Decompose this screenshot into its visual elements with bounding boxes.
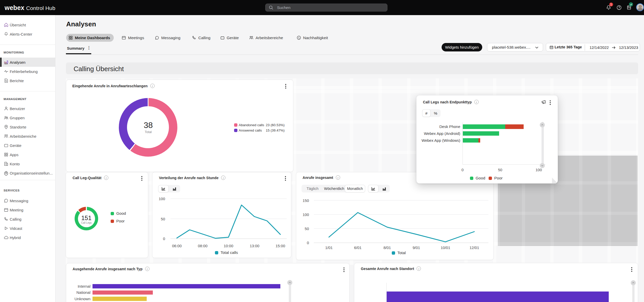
svg-text:12/01: 12/01: [469, 245, 479, 250]
svg-text:10/01: 10/01: [441, 245, 450, 250]
svg-text:50: 50: [305, 227, 309, 231]
svg-text:10:00: 10:00: [224, 244, 233, 248]
svg-text:100: 100: [303, 212, 309, 217]
svg-text:8/01: 8/01: [383, 245, 391, 250]
svg-text:0: 0: [307, 241, 309, 245]
svg-text:9/01: 9/01: [412, 245, 420, 250]
svg-text:08:00: 08:00: [198, 244, 208, 248]
svg-text:100: 100: [159, 197, 165, 201]
svg-text:13:00: 13:00: [250, 244, 259, 248]
svg-text:150: 150: [303, 198, 309, 203]
svg-text:1/01: 1/01: [325, 245, 332, 250]
svg-text:0: 0: [163, 236, 165, 241]
svg-text:06:00: 06:00: [172, 244, 182, 248]
svg-text:50: 50: [161, 217, 165, 221]
svg-text:6/01: 6/01: [354, 245, 361, 250]
svg-text:15:00: 15:00: [275, 244, 285, 248]
